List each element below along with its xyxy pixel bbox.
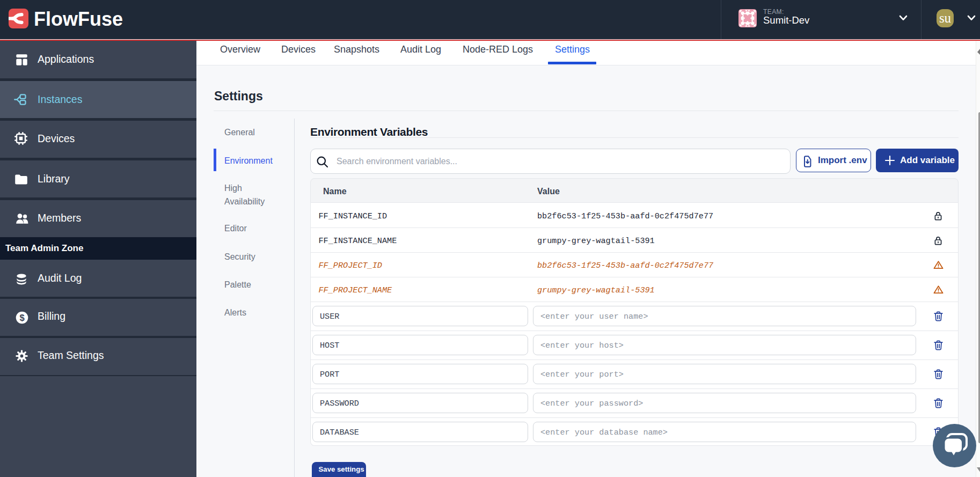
svg-text:$: $: [19, 313, 24, 323]
